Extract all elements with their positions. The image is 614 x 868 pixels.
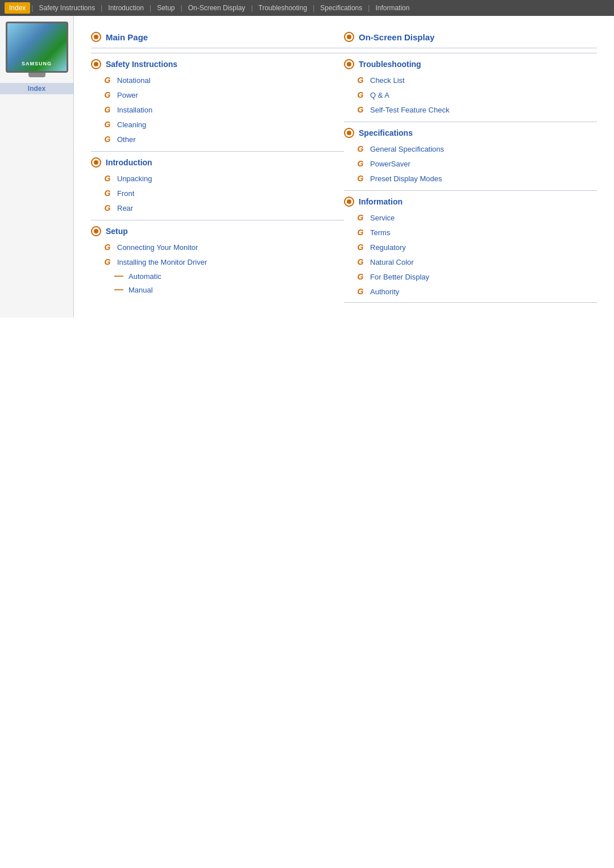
front-icon: G bbox=[102, 188, 113, 198]
osd-link[interactable]: On-Screen Display bbox=[359, 32, 434, 42]
nav-item-setup[interactable]: Setup bbox=[152, 2, 179, 14]
general-specs-link[interactable]: General Specifications bbox=[370, 145, 444, 153]
setup-section: Setup bbox=[91, 220, 344, 240]
manual-link[interactable]: Manual bbox=[128, 286, 153, 294]
troubleshooting-icon bbox=[344, 59, 354, 69]
connecting-item: G Connecting Your Monitor bbox=[91, 240, 344, 254]
nav-item-troubleshooting[interactable]: Troubleshooting bbox=[254, 2, 312, 14]
right-column: On-Screen Display Troubleshooting G Chec… bbox=[344, 27, 597, 306]
nav-item-introduction[interactable]: Introduction bbox=[103, 2, 148, 14]
introduction-section: Introduction bbox=[91, 151, 344, 171]
main-page-link[interactable]: Main Page bbox=[106, 32, 148, 42]
nav-bar: Index | Safety Instructions | Introducti… bbox=[0, 0, 614, 16]
better-display-link[interactable]: For Better Display bbox=[370, 273, 429, 281]
nav-item-index[interactable]: Index bbox=[5, 2, 30, 14]
qa-link[interactable]: Q & A bbox=[370, 91, 389, 99]
selftest-link[interactable]: Self-Test Feature Check bbox=[370, 106, 449, 114]
rear-link[interactable]: Rear bbox=[117, 204, 133, 212]
safety-instructions-section: Safety Instructions bbox=[91, 53, 344, 73]
nav-item-safety[interactable]: Safety Instructions bbox=[34, 2, 99, 14]
automatic-link[interactable]: Automatic bbox=[128, 272, 161, 281]
nav-sep-2: | bbox=[99, 4, 103, 12]
nav-item-specifications[interactable]: Specifications bbox=[316, 2, 367, 14]
authority-link[interactable]: Authority bbox=[370, 287, 399, 296]
nav-sep-6: | bbox=[312, 4, 316, 12]
nav-sep-5: | bbox=[250, 4, 254, 12]
service-icon: G bbox=[355, 212, 366, 223]
bottom-divider bbox=[344, 302, 597, 303]
terms-icon: G bbox=[355, 227, 366, 237]
preset-display-item: G Preset Display Modes bbox=[344, 171, 597, 186]
checklist-link[interactable]: Check List bbox=[370, 76, 405, 85]
other-item: G Other bbox=[91, 132, 344, 147]
other-link[interactable]: Other bbox=[117, 135, 136, 144]
automatic-item: — Automatic bbox=[91, 269, 344, 283]
cleaning-icon: G bbox=[102, 119, 113, 130]
installation-item: G Installation bbox=[91, 102, 344, 117]
left-column: Main Page Safety Instructions G Notation… bbox=[91, 27, 344, 306]
main-page-section: Main Page bbox=[91, 27, 344, 48]
general-specs-icon: G bbox=[355, 144, 366, 154]
troubleshooting-link[interactable]: Troubleshooting bbox=[359, 60, 421, 69]
link-grid: Main Page Safety Instructions G Notation… bbox=[91, 27, 597, 306]
checklist-item: G Check List bbox=[344, 73, 597, 87]
information-link[interactable]: Information bbox=[359, 197, 403, 206]
front-item: G Front bbox=[91, 186, 344, 201]
terms-link[interactable]: Terms bbox=[370, 228, 390, 237]
power-item: G Power bbox=[91, 87, 344, 102]
powersaver-item: G PowerSaver bbox=[344, 156, 597, 171]
cleaning-link[interactable]: Cleaning bbox=[117, 120, 146, 129]
installation-icon: G bbox=[102, 105, 113, 115]
safety-instructions-link[interactable]: Safety Instructions bbox=[106, 60, 177, 69]
notational-link[interactable]: Notational bbox=[117, 76, 151, 85]
notational-item: G Notational bbox=[91, 73, 344, 87]
checklist-icon: G bbox=[355, 75, 366, 85]
powersaver-link[interactable]: PowerSaver bbox=[370, 160, 410, 168]
setup-icon bbox=[91, 226, 101, 236]
nav-sep-1: | bbox=[30, 4, 34, 12]
introduction-link[interactable]: Introduction bbox=[106, 158, 152, 167]
monitor-display bbox=[6, 22, 68, 73]
specifications-icon bbox=[344, 128, 354, 138]
qa-item: G Q & A bbox=[344, 87, 597, 102]
setup-link[interactable]: Setup bbox=[106, 227, 128, 236]
preset-display-link[interactable]: Preset Display Modes bbox=[370, 174, 442, 183]
safety-icon bbox=[91, 59, 101, 69]
power-icon: G bbox=[102, 90, 113, 100]
connecting-link[interactable]: Connecting Your Monitor bbox=[117, 243, 198, 252]
nav-item-information[interactable]: Information bbox=[371, 2, 414, 14]
powersaver-icon: G bbox=[355, 158, 366, 169]
nav-item-osd[interactable]: On-Screen Display bbox=[184, 2, 250, 14]
installing-icon: G bbox=[102, 257, 113, 267]
main-page-icon bbox=[91, 32, 101, 42]
preset-display-icon: G bbox=[355, 173, 366, 183]
unpacking-icon: G bbox=[102, 173, 113, 183]
service-link[interactable]: Service bbox=[370, 214, 395, 222]
connecting-icon: G bbox=[102, 242, 113, 252]
monitor-stand bbox=[28, 73, 45, 77]
unpacking-link[interactable]: Unpacking bbox=[117, 174, 152, 183]
installation-link[interactable]: Installation bbox=[117, 106, 152, 114]
service-item: G Service bbox=[344, 210, 597, 225]
rear-icon: G bbox=[102, 203, 113, 213]
sidebar-index-label[interactable]: Index bbox=[0, 83, 73, 94]
better-display-item: G For Better Display bbox=[344, 269, 597, 284]
front-link[interactable]: Front bbox=[117, 189, 134, 198]
regulatory-link[interactable]: Regulatory bbox=[370, 243, 406, 252]
natural-color-link[interactable]: Natural Color bbox=[370, 258, 414, 266]
installing-link[interactable]: Installing the Monitor Driver bbox=[117, 258, 207, 266]
selftest-icon: G bbox=[355, 105, 366, 115]
general-specs-item: G General Specifications bbox=[344, 141, 597, 156]
specifications-link[interactable]: Specifications bbox=[359, 128, 413, 137]
nav-sep-3: | bbox=[148, 4, 152, 12]
manual-icon: — bbox=[114, 285, 124, 295]
unpacking-item: G Unpacking bbox=[91, 171, 344, 186]
power-link[interactable]: Power bbox=[117, 91, 138, 99]
authority-icon: G bbox=[355, 286, 366, 297]
main-content: Main Page Safety Instructions G Notation… bbox=[74, 16, 614, 318]
other-icon: G bbox=[102, 134, 113, 144]
specifications-section: Specifications bbox=[344, 122, 597, 141]
troubleshooting-section: Troubleshooting bbox=[344, 53, 597, 73]
information-icon bbox=[344, 197, 354, 207]
regulatory-icon: G bbox=[355, 242, 366, 252]
